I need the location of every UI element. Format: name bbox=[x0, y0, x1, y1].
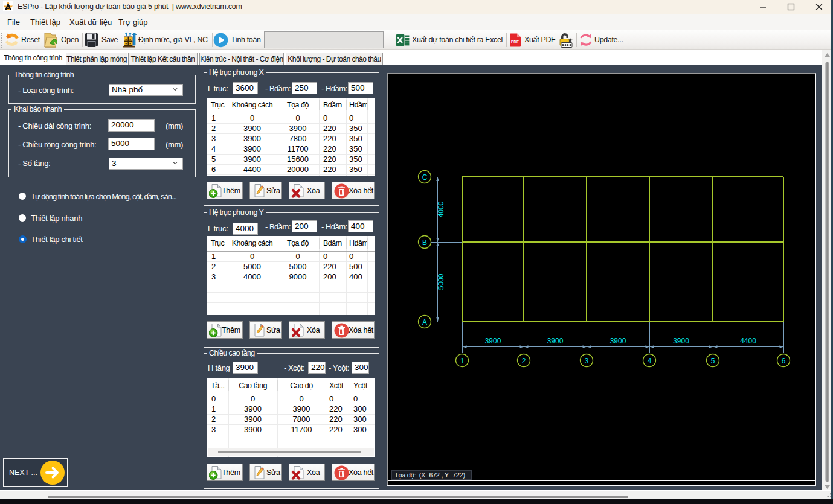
svg-text:1: 1 bbox=[460, 357, 465, 365]
svg-text:4400: 4400 bbox=[740, 337, 756, 345]
svg-text:3900: 3900 bbox=[485, 337, 501, 345]
svg-text:C: C bbox=[422, 173, 428, 182]
svg-text:PDF: PDF bbox=[511, 40, 519, 44]
svg-text:3900: 3900 bbox=[610, 337, 626, 345]
svg-text:4000: 4000 bbox=[437, 201, 445, 217]
svg-text:A: A bbox=[422, 318, 427, 327]
svg-text:3900: 3900 bbox=[673, 337, 689, 345]
svg-text:3: 3 bbox=[585, 357, 589, 365]
svg-text:3900: 3900 bbox=[547, 337, 564, 345]
svg-text:2: 2 bbox=[522, 357, 526, 365]
svg-text:6: 6 bbox=[782, 357, 786, 365]
svg-text:5000: 5000 bbox=[437, 273, 445, 290]
svg-text:5: 5 bbox=[711, 357, 715, 365]
svg-text:B: B bbox=[422, 238, 427, 247]
svg-text:4: 4 bbox=[648, 357, 652, 365]
